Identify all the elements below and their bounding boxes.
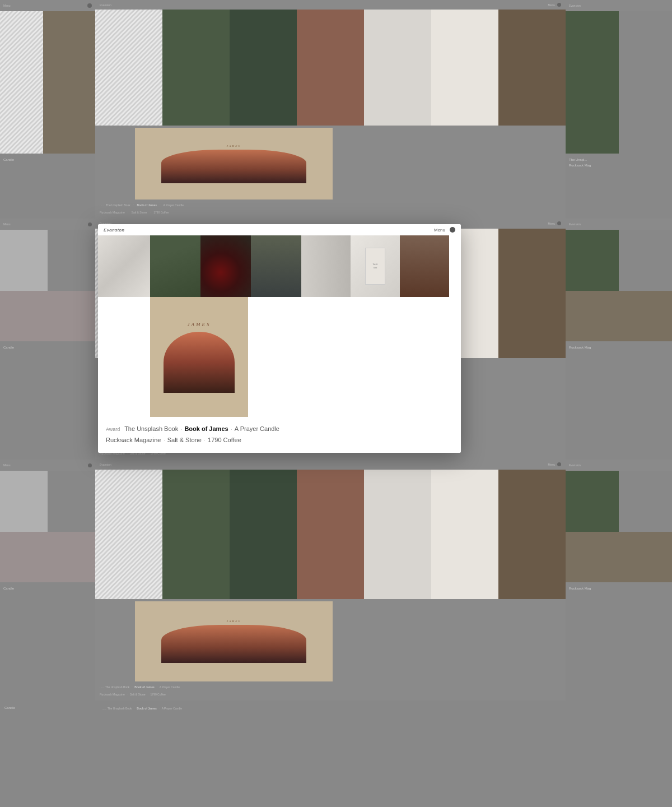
ev3-img-7 (498, 470, 566, 599)
sep-1: · (181, 427, 183, 432)
ev-img-3 (230, 10, 297, 126)
ev-menu-1: Menu (548, 3, 555, 7)
le3-img-b (48, 471, 95, 532)
ev3-img-5 (364, 470, 431, 599)
link-prayer-candle[interactable]: A Prayer Candle (235, 425, 279, 432)
ev-book-title-text: JAMES (227, 145, 241, 147)
edge-menu-1: Menu (3, 4, 11, 7)
ev-dot-1 (557, 3, 561, 7)
ev-bottom-row2: Rucksack Magazine · Salt & Stone · 1790 … (100, 209, 561, 216)
ev2-dot (557, 221, 561, 225)
ev3-img-6 (431, 470, 498, 599)
strip-img-drink-fill (400, 235, 449, 297)
re3-text: Rucksack Mag (569, 586, 669, 591)
strip-img-candle-fabric-fill (301, 235, 351, 297)
re2-img-b (619, 230, 672, 291)
ev3-book: JAMES (135, 601, 333, 681)
le2-menu: Menu (3, 222, 11, 226)
re2-logo: Evanston (569, 222, 581, 226)
left-edge-panel-1: Menu Candle (0, 0, 95, 219)
ev3-row2: Rucksack Magazine · Salt & Stone · 1790 … (100, 691, 561, 698)
featured-right-space (248, 297, 461, 418)
center-panel-1: Evanston Menu JAMES (95, 0, 566, 219)
right-edge-panel-3: Evanston Rucksack Mag (566, 460, 672, 701)
modal-links-row1: Award The Unsplash Book · Book of James … (106, 424, 453, 435)
strip-img-product-fill: Wt &Salt (351, 235, 400, 297)
featured-book-img: James (150, 297, 248, 418)
re-text-1: The Unspl... (569, 157, 669, 163)
strip-img-rucksack (251, 235, 301, 297)
re2-text: Rucksack Mag (569, 345, 669, 350)
main-modal[interactable]: Evanston Menu (98, 224, 461, 453)
ev2-menu: Menu (548, 222, 555, 225)
ev-logo-1: Evanston (100, 3, 111, 7)
modal-footer: Award The Unsplash Book · Book of James … (98, 417, 461, 453)
ev-book-cloud (161, 150, 306, 183)
le3-candle: Candle (3, 586, 92, 591)
strip-img-berries-fill (200, 235, 251, 297)
edge-img-1a (0, 11, 43, 154)
link-book-of-james[interactable]: Book of James (184, 425, 228, 432)
modal-close-button[interactable] (450, 227, 455, 233)
ev3-row1: ...... The Unsplash Book · Book of James… (100, 684, 561, 691)
re3-logo: Evanston (569, 463, 581, 467)
ev-img-1 (95, 10, 162, 126)
product-label: Wt &Salt (373, 263, 378, 269)
ev2-img-7 (498, 229, 566, 358)
center-panel-3: Evanston Menu JAMES (95, 460, 566, 701)
right-edge-panel-4 (566, 701, 672, 807)
ev-img-6 (431, 10, 498, 126)
strip-img-fabric (98, 235, 150, 297)
bg-row-4: Candle ...... The Unsplash Book · Book o… (0, 701, 672, 807)
le3-dot (88, 463, 92, 467)
bg-row-3: Menu Candle Evanston Menu (0, 460, 672, 701)
image-strip: Wt &Salt (98, 235, 461, 297)
re3-img-b (619, 471, 672, 532)
strip-img-fabric-fill (98, 235, 150, 297)
le2-img-a (0, 230, 48, 291)
link-rucksack[interactable]: Rucksack Magazine (106, 437, 161, 443)
le3-img-a (0, 471, 48, 532)
featured-section: James (98, 297, 461, 418)
featured-book-title: James (188, 322, 211, 327)
strip-img-candle-fabric (301, 235, 351, 297)
left-edge-panel-2: Menu Candle (0, 219, 95, 460)
re-text-2: Rucksack Mag (569, 163, 669, 168)
link-coffee[interactable]: 1790 Coffee (208, 437, 241, 443)
strip-img-leaf (150, 235, 200, 297)
ev-featured-container: JAMES (135, 128, 368, 200)
ev-img-4 (297, 10, 364, 126)
re3-img-a (566, 471, 619, 532)
edge-dot-1 (87, 3, 92, 8)
ev-img-5 (364, 10, 431, 126)
ev3-img-4 (297, 470, 364, 599)
ev-img-7 (498, 10, 566, 126)
link-salt-stone[interactable]: Salt & Stone (167, 437, 202, 443)
sep-3: · (164, 438, 166, 443)
cp4-row1: ...... The Unsplash Book · Book of James… (102, 705, 559, 712)
featured-left-space (98, 297, 150, 418)
modal-menu-label[interactable]: Menu (434, 228, 445, 233)
le2-candle-text: Candle (3, 345, 92, 350)
ev3-img-3 (230, 470, 297, 599)
link-unsplash-book[interactable]: The Unsplash Book (124, 425, 178, 432)
ev3-dot (557, 462, 561, 466)
left-edge-panel-4: Candle (0, 701, 95, 807)
le4-candle: Candle (4, 705, 91, 711)
edge-text-candle: Candle (3, 157, 92, 163)
re-img-1b (619, 11, 672, 154)
modal-links-row2: Rucksack Magazine · Salt & Stone · 1790 … (106, 435, 453, 446)
strip-img-rucksack-fill (251, 235, 301, 297)
right-edge-panel-2: Evanston Rucksack Mag (566, 219, 672, 460)
ev3-img-1 (95, 470, 162, 599)
ev3-menu: Menu (548, 463, 555, 466)
modal-topbar: Evanston Menu (98, 224, 461, 235)
ev3-james: JAMES (227, 620, 241, 623)
re2-img-a (566, 230, 619, 291)
right-edge-panel-1: Evanston The Unspl... Rucksack Mag (566, 0, 672, 219)
award-prefix: Award (106, 426, 123, 432)
bg-row-1: Menu Candle Evanston Menu (0, 0, 672, 219)
ev3-cloud (161, 625, 306, 663)
re-img-1a (566, 11, 619, 154)
ev3-logo: Evanston (100, 463, 111, 466)
